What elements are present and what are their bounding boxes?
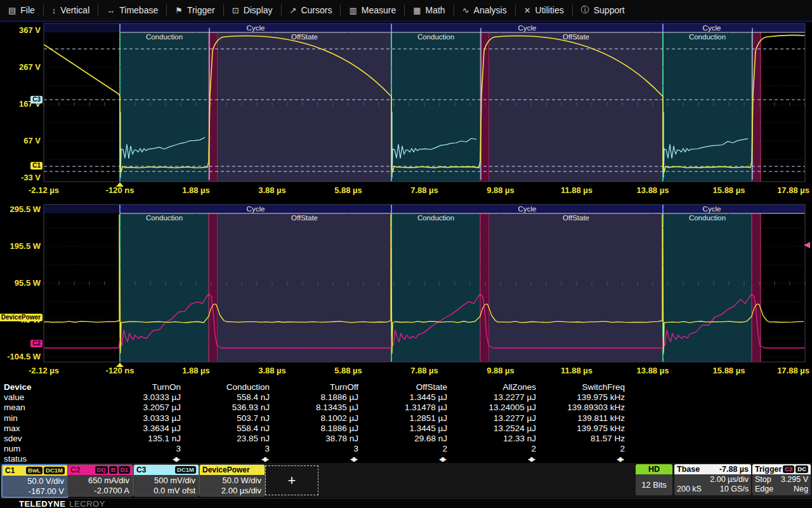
table-cell: 2 — [536, 444, 625, 454]
channel-id-label: DevicePower — [202, 465, 250, 474]
y-axis-label: 295.5 W — [1, 204, 41, 214]
timebase-box[interactable]: Tbase -7.88 µs 2.00 µs/div 200 kS 10 GS/… — [674, 464, 751, 495]
y-axis-label: 67 V — [1, 136, 41, 145]
c1-zero-marker[interactable]: C1 — [30, 162, 43, 170]
table-cell: 8.1886 µJ — [270, 392, 358, 403]
zone-label-conduction: Conduction — [146, 214, 183, 222]
table-cell: 81.57 Hz — [536, 434, 625, 444]
channel-offset: 0.0 mV ofst — [134, 486, 195, 496]
x-axis-label: -120 ns — [106, 185, 134, 195]
vertical-icon: ↕ — [52, 6, 56, 15]
channel-box-devicepower[interactable]: DevicePower50.0 W/div2.00 µs/div — [199, 464, 265, 497]
zone-label-offstate: OffState — [563, 214, 589, 222]
table-cell: 29.68 nJ — [358, 434, 447, 444]
table-cell: 139.89303 kHz — [536, 403, 625, 413]
zone-label-offstate: OffState — [291, 33, 318, 41]
menu-item-math[interactable]: ▦Math — [405, 0, 453, 20]
table-row-label: value — [4, 392, 92, 403]
menu-item-display[interactable]: ⊡Display — [224, 0, 281, 20]
grid-top-svg: CycleConductionOffStateCycleConductionOf… — [0, 23, 812, 198]
channel-box-c3[interactable]: C3DC1M500 mV/div0.0 mV ofst — [133, 464, 199, 497]
waveform-grid-bottom[interactable]: CycleConductionOffStateCycleConductionOf… — [0, 204, 812, 379]
table-cell: 536.93 nJ — [181, 403, 270, 413]
channel-badge-dc1m: DC1M — [175, 466, 196, 474]
devicepower-zero-marker[interactable]: DevicePower — [0, 314, 43, 321]
menu-item-label: Vertical — [60, 5, 89, 15]
zone-label-conduction: Conduction — [689, 214, 726, 222]
y-axis-label: 367 V — [1, 25, 41, 35]
table-cell: 3.0333 µJ — [92, 392, 181, 403]
menu-item-label: Trigger — [187, 5, 215, 15]
menu-item-analysis[interactable]: ∿Analysis — [454, 0, 515, 20]
table-cell: 1.3445 µJ — [358, 424, 447, 434]
analysis-icon: ∿ — [462, 6, 469, 15]
x-axis-label: 7.88 µs — [410, 366, 438, 375]
table-cell: 2 — [358, 444, 447, 454]
c3-zero-marker[interactable]: C3 — [30, 96, 43, 104]
c2-zero-marker[interactable]: C2 — [30, 340, 43, 347]
tbase-delay: -7.88 µs — [719, 465, 749, 474]
table-cell: 3.3634 µJ — [92, 424, 181, 434]
table-cell: 8.1886 µJ — [270, 424, 358, 434]
table-col-header-turnon: TurnOn — [92, 382, 181, 392]
measurement-table: DeviceTurnOnConductionTurnOffOffStateAll… — [4, 382, 625, 465]
menu-item-cursors[interactable]: ↗Cursors — [282, 0, 341, 20]
menu-item-file[interactable]: ▤File — [0, 0, 43, 20]
x-axis-label: 13.88 µs — [637, 366, 669, 375]
cursors-icon: ↗ — [290, 6, 297, 15]
menu-item-vertical[interactable]: ↕Vertical — [44, 0, 98, 20]
table-row-label: sdev — [4, 434, 92, 444]
table-cell: 3 — [270, 444, 358, 454]
table-corner-label: Device — [4, 382, 92, 392]
channel-scale: 500 mV/div — [134, 476, 195, 486]
zone-label-conduction: Conduction — [146, 33, 183, 41]
y-axis-label: -104.5 W — [1, 352, 41, 361]
menu-item-label: Timebase — [119, 5, 158, 15]
tbase-per-div: 2.00 µs/div — [710, 475, 749, 485]
waveform-grid-top[interactable]: CycleConductionOffStateCycleConductionOf… — [0, 23, 812, 198]
table-cell: 2 — [447, 444, 536, 454]
tbase-rate: 10 GS/s — [720, 485, 749, 494]
menu-item-utilities[interactable]: ✕Utilities — [516, 0, 572, 20]
zone-label-cycle: Cycle — [247, 24, 265, 32]
add-trace-button[interactable]: + — [265, 465, 318, 495]
table-cell: 13.2277 µJ — [447, 413, 536, 424]
table-cell: 558.4 nJ — [181, 392, 270, 403]
table-cell: 38.78 nJ — [270, 434, 358, 444]
channel-header: C3DC1M — [134, 465, 199, 475]
menu-item-trigger[interactable]: ⚑Trigger — [167, 0, 223, 20]
x-axis-label: 15.88 µs — [713, 366, 745, 375]
trigger-level: 3.295 V — [781, 475, 808, 485]
trigger-box[interactable]: Trigger C2DC Stop 3.295 V Edge Neg — [752, 464, 811, 495]
menu-item-support[interactable]: ⓘSupport — [573, 0, 633, 20]
channel-badge-dc1m: DC1M — [44, 467, 65, 474]
hd-mode-box[interactable]: HD 12 Bits — [636, 464, 672, 495]
channel-box-c1[interactable]: C1BwLDC1M50.0 V/div-167.00 V — [1, 464, 69, 498]
menu-item-timebase[interactable]: ↔Timebase — [98, 0, 166, 20]
channel-id-label: C2 — [70, 465, 80, 474]
zone-label-cycle: Cycle — [518, 24, 537, 32]
menu-bar: ▤File↕Vertical↔Timebase⚑Trigger⊡Display↗… — [0, 0, 812, 22]
table-cell: 558.4 nJ — [181, 424, 270, 434]
menu-item-measure[interactable]: ▥Measure — [341, 0, 404, 20]
channel-scale: 650 mA/div — [68, 476, 129, 486]
math-icon: ▦ — [413, 6, 421, 15]
trigger-mode: Stop — [755, 475, 771, 485]
oscilloscope-app: ▤File↕Vertical↔Timebase⚑Trigger⊡Display↗… — [0, 0, 812, 508]
zone-label-conduction: Conduction — [689, 33, 726, 41]
channel-scale: 50.0 W/div — [200, 476, 261, 486]
channel-box-c2[interactable]: C2DQBD1650 mA/div-2.0700 A — [67, 464, 133, 497]
trigger-source-badge-c2: C2 — [783, 465, 794, 473]
channel-header: C1BwLDC1M — [3, 465, 67, 476]
table-cell: 23.85 nJ — [181, 434, 270, 444]
x-axis-label: 3.88 µs — [258, 185, 286, 195]
channel-offset: -2.0700 A — [68, 486, 129, 496]
hd-bits: 12 Bits — [636, 474, 672, 495]
table-cell: 13.24005 µJ — [447, 403, 536, 413]
file-icon: ▤ — [8, 6, 16, 15]
channel-header: DevicePower — [200, 465, 265, 475]
table-row-label: max — [4, 424, 92, 434]
descriptor-strip: + HD 12 Bits Tbase -7.88 µs 2.00 µs/div … — [0, 463, 812, 497]
table-row-label: min — [4, 413, 92, 424]
channel-offset: -167.00 V — [3, 486, 64, 497]
